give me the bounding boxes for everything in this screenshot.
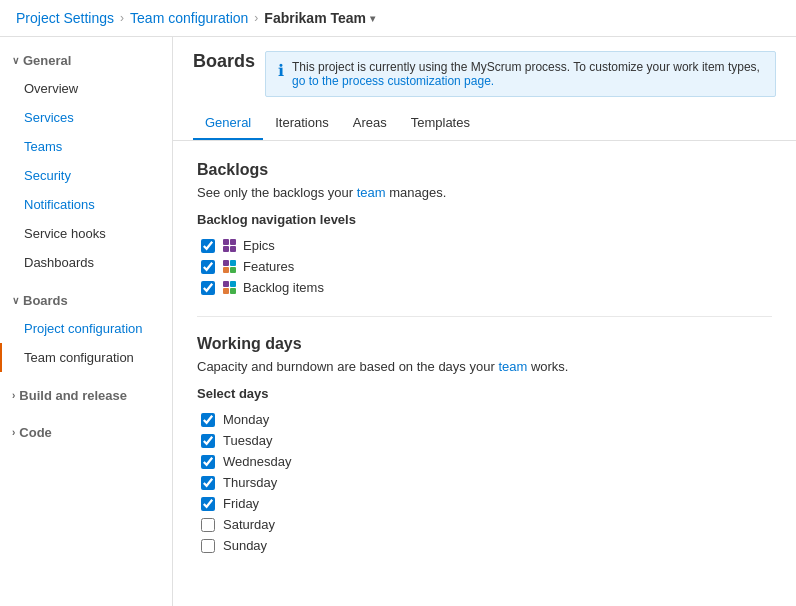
working-days-section: Working days Capacity and burndown are b… — [197, 335, 772, 556]
backlogs-section: Backlogs See only the backlogs your team… — [197, 161, 772, 298]
backlog-item-backlog-items: Backlog items — [201, 277, 772, 298]
saturday-checkbox[interactable] — [201, 518, 215, 532]
tab-areas[interactable]: Areas — [341, 107, 399, 140]
breadcrumb-current: Fabrikam Team ▾ — [264, 10, 375, 26]
monday-checkbox[interactable] — [201, 413, 215, 427]
thursday-label[interactable]: Thursday — [223, 475, 277, 490]
tuesday-label[interactable]: Tuesday — [223, 433, 272, 448]
backlog-item-features: Features — [201, 256, 772, 277]
sidebar-section-build-header[interactable]: › Build and release — [0, 382, 172, 409]
sidebar-item-teams[interactable]: Teams — [0, 132, 172, 161]
tuesday-checkbox[interactable] — [201, 434, 215, 448]
features-label[interactable]: Features — [223, 259, 294, 274]
backlog-item-epics: Epics — [201, 235, 772, 256]
chevron-icon-build: › — [12, 390, 15, 401]
sidebar: ∨ General Overview Services Teams Securi… — [0, 37, 173, 606]
breadcrumb: Project Settings › Team configuration › … — [0, 0, 796, 37]
epics-checkbox[interactable] — [201, 239, 215, 253]
tab-templates[interactable]: Templates — [399, 107, 482, 140]
sidebar-section-general: ∨ General Overview Services Teams Securi… — [0, 47, 172, 277]
info-banner-link[interactable]: go to the process customization page. — [292, 74, 494, 88]
sunday-label[interactable]: Sunday — [223, 538, 267, 553]
sidebar-item-team-configuration[interactable]: Team configuration — [0, 343, 172, 372]
sidebar-section-boards-header[interactable]: ∨ Boards — [0, 287, 172, 314]
sidebar-item-services[interactable]: Services — [0, 103, 172, 132]
epics-icon — [223, 239, 237, 253]
content-body: Backlogs See only the backlogs your team… — [173, 141, 796, 576]
breadcrumb-project-settings[interactable]: Project Settings — [16, 10, 114, 26]
info-icon: ℹ — [278, 61, 284, 80]
content-area: Boards ℹ This project is currently using… — [173, 37, 796, 606]
sidebar-item-dashboards[interactable]: Dashboards — [0, 248, 172, 277]
team-link-backlogs[interactable]: team — [357, 185, 386, 200]
backlogs-title: Backlogs — [197, 161, 772, 179]
backlog-items-icon — [223, 281, 237, 295]
sidebar-section-build-release: › Build and release — [0, 382, 172, 409]
backlog-nav-label: Backlog navigation levels — [197, 212, 772, 227]
working-days-desc: Capacity and burndown are based on the d… — [197, 359, 772, 374]
sidebar-item-security[interactable]: Security — [0, 161, 172, 190]
team-link-days[interactable]: team — [498, 359, 527, 374]
content-header: Boards ℹ This project is currently using… — [173, 37, 796, 97]
page-title: Boards — [193, 51, 255, 72]
friday-checkbox[interactable] — [201, 497, 215, 511]
chevron-icon-code: › — [12, 427, 15, 438]
sidebar-section-general-header[interactable]: ∨ General — [0, 47, 172, 74]
chevron-icon: ∨ — [12, 55, 19, 66]
backlogs-desc: See only the backlogs your team manages. — [197, 185, 772, 200]
day-saturday: Saturday — [201, 514, 772, 535]
monday-label[interactable]: Monday — [223, 412, 269, 427]
day-tuesday: Tuesday — [201, 430, 772, 451]
backlog-items-label[interactable]: Backlog items — [223, 280, 324, 295]
sidebar-item-project-configuration[interactable]: Project configuration — [0, 314, 172, 343]
tabs-bar: General Iterations Areas Templates — [173, 107, 796, 141]
select-days-label: Select days — [197, 386, 772, 401]
thursday-checkbox[interactable] — [201, 476, 215, 490]
tab-iterations[interactable]: Iterations — [263, 107, 340, 140]
working-days-title: Working days — [197, 335, 772, 353]
sidebar-section-code-header[interactable]: › Code — [0, 419, 172, 446]
sidebar-item-overview[interactable]: Overview — [0, 74, 172, 103]
sidebar-item-service-hooks[interactable]: Service hooks — [0, 219, 172, 248]
backlog-items-checkbox[interactable] — [201, 281, 215, 295]
day-friday: Friday — [201, 493, 772, 514]
features-checkbox[interactable] — [201, 260, 215, 274]
day-monday: Monday — [201, 409, 772, 430]
saturday-label[interactable]: Saturday — [223, 517, 275, 532]
epics-label[interactable]: Epics — [223, 238, 275, 253]
breadcrumb-team-configuration[interactable]: Team configuration — [130, 10, 248, 26]
breadcrumb-sep-1: › — [120, 11, 124, 25]
friday-label[interactable]: Friday — [223, 496, 259, 511]
chevron-down-icon[interactable]: ▾ — [370, 13, 375, 24]
section-divider — [197, 316, 772, 317]
chevron-icon-boards: ∨ — [12, 295, 19, 306]
breadcrumb-sep-2: › — [254, 11, 258, 25]
sidebar-section-boards: ∨ Boards Project configuration Team conf… — [0, 287, 172, 372]
wednesday-label[interactable]: Wednesday — [223, 454, 291, 469]
wednesday-checkbox[interactable] — [201, 455, 215, 469]
sidebar-section-code: › Code — [0, 419, 172, 446]
sunday-checkbox[interactable] — [201, 539, 215, 553]
day-sunday: Sunday — [201, 535, 772, 556]
day-wednesday: Wednesday — [201, 451, 772, 472]
tab-general[interactable]: General — [193, 107, 263, 140]
sidebar-item-notifications[interactable]: Notifications — [0, 190, 172, 219]
features-icon — [223, 260, 237, 274]
day-thursday: Thursday — [201, 472, 772, 493]
info-banner: ℹ This project is currently using the My… — [265, 51, 776, 97]
